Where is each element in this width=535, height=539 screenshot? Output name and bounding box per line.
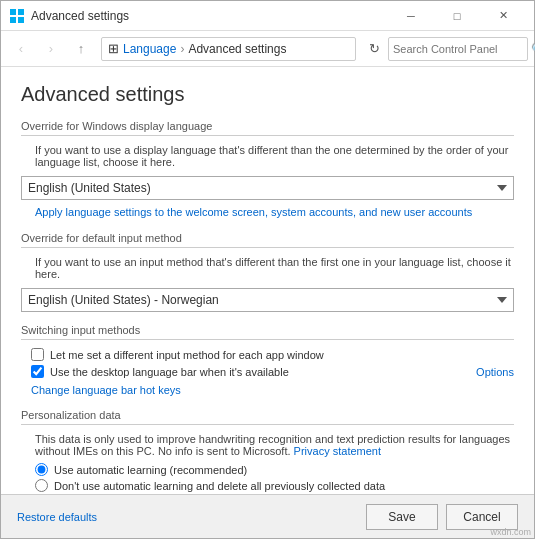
personalization-desc-text: This data is only used to improve handwr… xyxy=(35,433,510,457)
main-window: Advanced settings ─ □ ✕ ‹ › ↑ ⊞ Language… xyxy=(0,0,535,539)
cancel-button[interactable]: Cancel xyxy=(446,504,518,530)
personalization-header: Personalization data xyxy=(21,409,514,425)
title-bar: Advanced settings ─ □ ✕ xyxy=(1,1,534,31)
nav-bar: ‹ › ↑ ⊞ Language › Advanced settings ↻ 🔍 xyxy=(1,31,534,67)
input-method-desc: If you want to use an input method that'… xyxy=(21,256,514,280)
privacy-link[interactable]: Privacy statement xyxy=(294,445,381,457)
radio-row-2: Don't use automatic learning and delete … xyxy=(21,479,514,492)
personalization-section: Personalization data This data is only u… xyxy=(21,409,514,492)
change-hotkeys-link[interactable]: Change language bar hot keys xyxy=(31,384,181,396)
breadcrumb-icon: ⊞ xyxy=(108,41,119,56)
search-input[interactable] xyxy=(393,43,531,55)
svg-rect-0 xyxy=(10,9,16,15)
up-button[interactable]: ↑ xyxy=(67,35,95,63)
search-icon: 🔍 xyxy=(531,42,535,56)
input-method-dropdown[interactable]: English (United States) - Norwegian xyxy=(21,288,514,312)
display-language-header: Override for Windows display language xyxy=(21,120,514,136)
svg-rect-1 xyxy=(18,9,24,15)
switching-input-header: Switching input methods xyxy=(21,324,514,340)
display-language-desc: If you want to use a display language th… xyxy=(21,144,514,168)
checkbox-row-1: Let me set a different input method for … xyxy=(21,348,514,361)
auto-learning-radio[interactable] xyxy=(35,463,48,476)
window-icon xyxy=(9,8,25,24)
display-language-dropdown[interactable]: English (United States) xyxy=(21,176,514,200)
radio-row-1: Use automatic learning (recommended) xyxy=(21,463,514,476)
breadcrumb-bar: ⊞ Language › Advanced settings xyxy=(101,37,356,61)
delete-learning-label: Don't use automatic learning and delete … xyxy=(54,480,385,492)
apply-language-link[interactable]: Apply language settings to the welcome s… xyxy=(35,206,472,218)
forward-button[interactable]: › xyxy=(37,35,65,63)
minimize-button[interactable]: ─ xyxy=(388,1,434,31)
title-bar-buttons: ─ □ ✕ xyxy=(388,1,526,31)
svg-rect-2 xyxy=(10,17,16,23)
options-link[interactable]: Options xyxy=(476,366,514,378)
svg-rect-3 xyxy=(18,17,24,23)
footer-bar: Restore defaults Save Cancel xyxy=(1,494,534,538)
back-button[interactable]: ‹ xyxy=(7,35,35,63)
per-app-checkbox[interactable] xyxy=(31,348,44,361)
content-area: Advanced settings Override for Windows d… xyxy=(1,67,534,494)
restore-defaults-link[interactable]: Restore defaults xyxy=(17,511,97,523)
language-bar-checkbox[interactable] xyxy=(31,365,44,378)
auto-learning-label: Use automatic learning (recommended) xyxy=(54,464,247,476)
language-bar-label: Use the desktop language bar when it's a… xyxy=(50,366,289,378)
input-method-header: Override for default input method xyxy=(21,232,514,248)
refresh-button[interactable]: ↻ xyxy=(362,37,386,61)
breadcrumb-separator: › xyxy=(180,42,184,56)
page-title: Advanced settings xyxy=(21,83,514,106)
breadcrumb-language[interactable]: Language xyxy=(123,42,176,56)
search-box: 🔍 xyxy=(388,37,528,61)
input-method-section: Override for default input method If you… xyxy=(21,232,514,312)
checkbox-row-2: Use the desktop language bar when it's a… xyxy=(21,365,514,378)
personalization-desc: This data is only used to improve handwr… xyxy=(21,433,514,457)
per-app-label: Let me set a different input method for … xyxy=(50,349,324,361)
breadcrumb-current: Advanced settings xyxy=(188,42,286,56)
close-button[interactable]: ✕ xyxy=(480,1,526,31)
save-button[interactable]: Save xyxy=(366,504,438,530)
title-bar-text: Advanced settings xyxy=(31,9,388,23)
delete-learning-radio[interactable] xyxy=(35,479,48,492)
footer-left: Restore defaults xyxy=(17,510,358,524)
watermark: wxdn.com xyxy=(490,527,531,537)
display-language-section: Override for Windows display language If… xyxy=(21,120,514,220)
maximize-button[interactable]: □ xyxy=(434,1,480,31)
switching-input-section: Switching input methods Let me set a dif… xyxy=(21,324,514,397)
